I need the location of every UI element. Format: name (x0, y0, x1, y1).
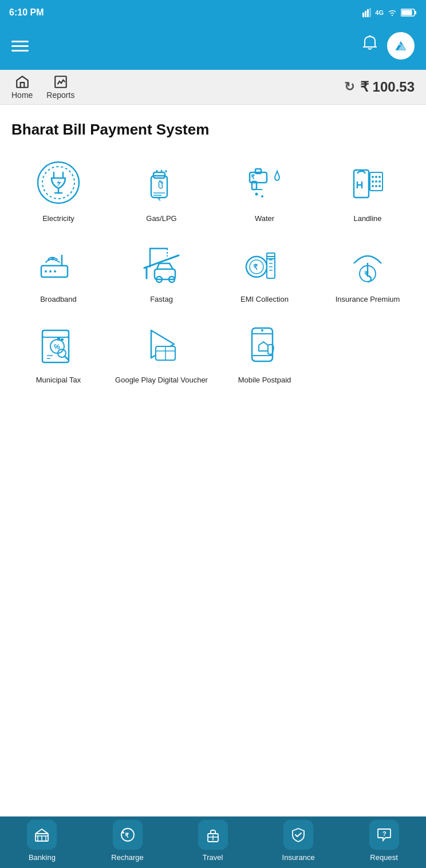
service-google-play[interactable]: Google Play Digital Voucher (115, 318, 208, 385)
service-water[interactable]: ₹ Water (218, 157, 311, 224)
service-insurance[interactable]: ₹ Insurance Premium (321, 238, 415, 305)
nav-reports[interactable]: Reports (46, 74, 74, 100)
svg-text:₹: ₹ (157, 196, 161, 202)
broadband-label: Broadband (40, 295, 77, 305)
svg-text:₹: ₹ (253, 263, 258, 271)
google-play-icon-wrap (136, 318, 187, 370)
landline-label: Landline (353, 214, 381, 224)
tab-request[interactable]: ? Request (369, 820, 399, 862)
svg-point-50 (54, 270, 56, 273)
svg-point-40 (375, 185, 377, 187)
travel-icon (205, 827, 221, 843)
recharge-icon-wrap: ₹ (113, 820, 143, 850)
nav-home[interactable]: Home (11, 74, 33, 100)
balance-value: ₹ 100.53 (360, 79, 415, 95)
wifi-icon (387, 9, 397, 17)
tab-banking[interactable]: Banking (27, 820, 57, 862)
service-fastag[interactable]: Fastag (115, 238, 208, 305)
svg-rect-53 (155, 269, 175, 279)
notification-bell-button[interactable] (362, 35, 378, 57)
reports-label: Reports (46, 90, 74, 100)
banking-icon (34, 827, 50, 843)
insurance-label: Insurance Premium (336, 295, 400, 305)
svg-point-29 (255, 193, 258, 196)
electricity-icon-wrap (33, 157, 84, 208)
service-emi[interactable]: ₹ EMI Collection (218, 238, 311, 305)
svg-rect-1 (365, 11, 366, 17)
recharge-icon: ₹ (120, 827, 136, 843)
svg-point-35 (378, 176, 381, 178)
svg-text:₹: ₹ (364, 270, 369, 278)
mobile-postpaid-icon-wrap (239, 318, 290, 370)
refresh-button[interactable]: ↻ (344, 80, 354, 94)
svg-point-36 (372, 180, 374, 183)
status-bar: 6:10 PM 4G (0, 0, 426, 25)
gas-label: Gas/LPG (146, 214, 176, 224)
google-play-icon (139, 321, 184, 367)
svg-text:₹: ₹ (251, 173, 255, 180)
network-label: 4G (375, 9, 384, 16)
svg-line-80 (65, 356, 68, 360)
app-header (0, 25, 426, 70)
recharge-tab-label: Recharge (111, 853, 143, 862)
balance-display: ↻ ₹ 100.53 (344, 79, 415, 95)
request-icon: ? (376, 827, 392, 843)
mobile-postpaid-icon (242, 321, 287, 367)
page-title: Bharat Bill Payment System (11, 121, 415, 139)
service-electricity[interactable]: Electricity (11, 157, 105, 224)
svg-point-39 (372, 185, 374, 187)
svg-text:₹: ₹ (125, 832, 129, 839)
svg-point-49 (49, 270, 52, 273)
svg-point-30 (261, 195, 263, 198)
tab-recharge[interactable]: ₹ Recharge (111, 820, 143, 862)
service-landline[interactable]: Landline (321, 157, 415, 224)
insurance-tab-icon-wrap (283, 820, 313, 850)
service-municipal-tax[interactable]: % Municipal Tax (11, 318, 105, 385)
svg-point-37 (375, 180, 377, 183)
status-time: 6:10 PM (9, 7, 44, 18)
battery-icon (401, 9, 417, 17)
travel-icon-wrap (198, 820, 228, 850)
svg-rect-2 (367, 9, 369, 17)
electricity-label: Electricity (42, 214, 74, 224)
service-broadband[interactable]: Broadband (11, 238, 105, 305)
municipal-tax-label: Municipal Tax (36, 376, 81, 385)
tab-travel[interactable]: Travel (198, 820, 228, 862)
mobile-postpaid-label: Mobile Postpaid (238, 376, 291, 385)
home-icon (15, 74, 30, 89)
svg-point-34 (375, 176, 377, 178)
insurance-tab-icon (290, 827, 306, 843)
main-content: Bharat Bill Payment System Electricit (0, 105, 426, 816)
emi-icon-wrap: ₹ (239, 238, 290, 289)
landline-icon-wrap (342, 157, 393, 208)
water-icon-wrap: ₹ (239, 157, 290, 208)
svg-point-87 (261, 329, 263, 332)
insurance-icon: ₹ (345, 240, 391, 286)
service-gas[interactable]: ₹ Gas/LPG (115, 157, 208, 224)
home-label: Home (11, 90, 33, 100)
banking-tab-label: Banking (29, 853, 56, 862)
service-mobile-postpaid[interactable]: Mobile Postpaid (218, 318, 311, 385)
water-icon: ₹ (242, 160, 287, 206)
municipal-tax-icon: % (36, 321, 81, 367)
request-tab-label: Request (370, 853, 397, 862)
header-right (362, 32, 415, 60)
travel-tab-label: Travel (203, 853, 223, 862)
tab-insurance[interactable]: Insurance (282, 820, 315, 862)
broadband-icon-wrap (33, 238, 84, 289)
fastag-icon (139, 240, 184, 286)
svg-rect-72 (42, 330, 69, 337)
svg-rect-5 (415, 11, 416, 14)
service-grid: Electricity ₹ (11, 157, 415, 385)
landline-icon (345, 160, 391, 206)
svg-rect-6 (402, 10, 412, 15)
gas-icon-wrap: ₹ (136, 157, 187, 208)
user-avatar[interactable] (387, 32, 415, 60)
svg-point-33 (372, 176, 374, 178)
svg-point-47 (52, 257, 54, 260)
hamburger-button[interactable] (11, 41, 29, 52)
svg-rect-25 (255, 169, 261, 173)
svg-rect-3 (369, 8, 371, 17)
svg-point-38 (378, 180, 381, 183)
nav-bar: Home Reports ↻ ₹ 100.53 (0, 70, 426, 105)
